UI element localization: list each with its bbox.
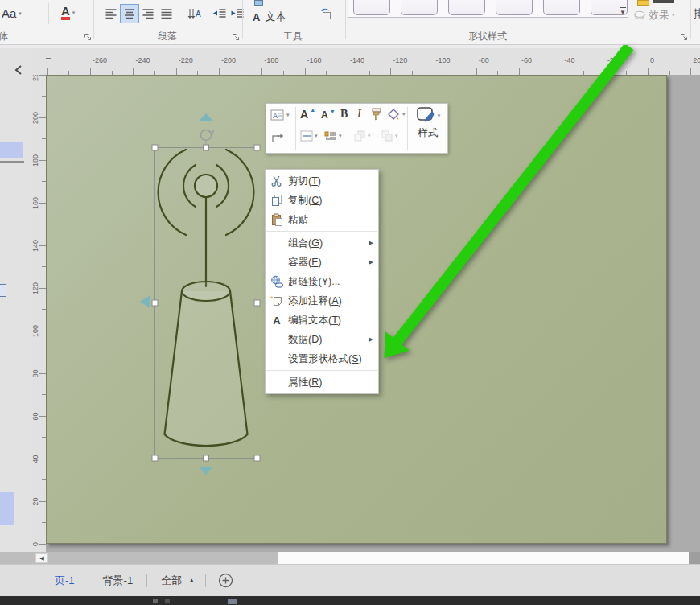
chevron-down-icon: ▾ xyxy=(672,12,675,19)
gallery-more-button[interactable]: ▼ xyxy=(617,0,628,16)
text-style-button[interactable]: A ▾ xyxy=(270,109,290,121)
panel-selection-highlight[interactable] xyxy=(0,142,23,158)
h-ruler-major-tick xyxy=(648,68,649,75)
font-color-button[interactable]: A ▾ xyxy=(61,5,75,20)
svg-text:A: A xyxy=(196,10,201,19)
increase-indent-button[interactable] xyxy=(228,4,247,23)
down-arrow-icon: ▼ xyxy=(330,109,336,114)
context-menu-item[interactable]: 复制(C) xyxy=(266,191,378,210)
text-direction-button[interactable]: A xyxy=(183,4,206,23)
justify-button[interactable] xyxy=(157,4,176,23)
divider xyxy=(407,107,408,150)
shape-styles-dialog-launcher-icon[interactable] xyxy=(680,31,689,39)
send-backward-button[interactable]: ▾ xyxy=(381,130,398,142)
up-arrow-icon: ▲ xyxy=(310,107,315,113)
vertical-ruler[interactable]: 220200180160140120100806040200 xyxy=(31,75,46,552)
align-left-icon xyxy=(105,7,117,20)
font-color-letter: A xyxy=(61,5,70,20)
style-swatch[interactable] xyxy=(448,0,485,15)
decrease-indent-button[interactable] xyxy=(210,4,229,23)
gallery-more-icon xyxy=(620,7,626,8)
v-ruler-tick-label: 100 xyxy=(31,319,40,343)
format-painter-icon xyxy=(371,108,383,121)
page-tab[interactable]: 页-1 xyxy=(51,574,78,588)
v-ruler-minor-tick xyxy=(42,522,46,523)
clipped-connector-tool-icon xyxy=(254,0,263,6)
context-menu-item[interactable]: 粘贴 xyxy=(266,210,378,229)
effects-button[interactable]: 效果 ▾ xyxy=(634,8,675,23)
h-ruler-major-tick xyxy=(562,68,562,75)
context-menu-item-label: 编辑文本(T) xyxy=(288,314,341,327)
h-ruler-tick-label: -220 xyxy=(179,56,193,64)
collapse-panel-chevron-icon[interactable] xyxy=(14,64,23,76)
align-right-button[interactable] xyxy=(138,4,158,23)
bring-forward-button[interactable]: ▾ xyxy=(353,130,371,142)
shape-format-button[interactable]: ▾ xyxy=(387,108,406,121)
line-options-button[interactable]: ▾ xyxy=(300,130,318,142)
h-ruler-minor-tick xyxy=(326,71,327,75)
shrink-font-button[interactable]: A▼ xyxy=(321,109,336,121)
scrollbar-end-cap xyxy=(689,552,700,564)
align-center-button[interactable] xyxy=(120,4,139,23)
horizontal-scrollbar[interactable]: ◀ xyxy=(0,552,700,564)
paragraph-dialog-launcher-icon[interactable] xyxy=(232,31,241,39)
text-tool-label: 文本 xyxy=(265,10,286,24)
context-menu-item[interactable]: A编辑文本(T) xyxy=(266,311,378,330)
style-swatch[interactable] xyxy=(543,0,580,15)
style-swatch[interactable] xyxy=(496,0,533,15)
context-menu-separator xyxy=(266,370,377,371)
change-case-button[interactable]: Aa ▾ xyxy=(2,6,22,20)
text-direction-icon: A xyxy=(186,7,204,20)
effects-label: 效果 xyxy=(649,8,669,23)
style-button[interactable]: ▾ 样式 xyxy=(411,106,445,150)
horizontal-ruler[interactable]: -260-240-220-200-180-160-140-120-100-80-… xyxy=(31,48,700,75)
pointer-tool-button[interactable] xyxy=(319,6,333,24)
v-ruler-tick-label: 60 xyxy=(31,404,40,428)
scrollbar-thumb[interactable] xyxy=(278,552,689,564)
connector-button[interactable] xyxy=(271,131,285,144)
context-menu-item[interactable]: 设置形状格式(S) xyxy=(266,349,378,368)
ribbon: Aa ▾ A ▾ 字体 A xyxy=(0,0,700,45)
v-ruler-minor-tick xyxy=(42,309,46,310)
h-ruler-tick-label: -140 xyxy=(350,56,364,64)
context-menu-item-label: 设置形状格式(S) xyxy=(288,352,362,366)
align-center-icon xyxy=(123,7,136,20)
bold-button[interactable]: B xyxy=(340,108,348,121)
panel-selection-highlight[interactable] xyxy=(0,492,14,525)
context-menu-item[interactable]: 组合(G)▶ xyxy=(266,233,378,253)
grow-font-button[interactable]: A▲ xyxy=(300,108,315,121)
h-ruler-tick-label: -60 xyxy=(521,56,532,64)
v-ruler-minor-tick xyxy=(42,394,46,395)
v-ruler-tick-label: 140 xyxy=(31,233,40,257)
context-menu-item[interactable]: *添加注释(A) xyxy=(266,291,378,311)
context-menu-item[interactable]: 属性(R) xyxy=(266,372,378,392)
paragraph-options-button[interactable]: ▾ xyxy=(324,130,342,142)
v-ruler-major-tick xyxy=(39,288,46,289)
font-dialog-launcher-icon[interactable] xyxy=(84,31,93,39)
align-left-button[interactable] xyxy=(101,4,121,23)
h-ruler-major-tick xyxy=(476,68,477,75)
context-menu-item[interactable]: 容器(E)▶ xyxy=(266,253,378,272)
decrease-indent-icon xyxy=(212,7,227,20)
h-ruler-tick-label: -200 xyxy=(221,56,236,64)
text-tool-button[interactable]: A 文本 xyxy=(253,10,286,24)
add-page-button[interactable] xyxy=(218,573,233,588)
h-ruler-major-tick xyxy=(605,68,606,75)
context-menu-item[interactable]: 剪切(T) xyxy=(266,171,378,191)
context-menu-item[interactable]: 超链接(Y)... xyxy=(266,272,378,291)
tab-dropdown-icon[interactable]: ▲ xyxy=(188,577,195,584)
page-tab[interactable]: 全部 xyxy=(158,574,185,588)
style-swatch[interactable] xyxy=(353,0,390,15)
bring-forward-icon xyxy=(353,130,366,142)
h-ruler-minor-tick xyxy=(455,71,455,75)
italic-letter: I xyxy=(357,108,361,121)
scroll-left-button[interactable]: ◀ xyxy=(35,553,48,563)
style-swatch[interactable] xyxy=(401,0,438,15)
page-tab[interactable]: 背景-1 xyxy=(100,574,137,588)
v-ruler-tick-label: 220 xyxy=(31,75,40,87)
v-ruler-minor-tick xyxy=(42,479,46,480)
format-painter-button[interactable] xyxy=(371,108,383,121)
context-menu-item[interactable]: 数据(D)▶ xyxy=(266,330,378,349)
h-ruler-tick-label: -120 xyxy=(393,56,407,64)
italic-button[interactable]: I xyxy=(357,108,361,121)
